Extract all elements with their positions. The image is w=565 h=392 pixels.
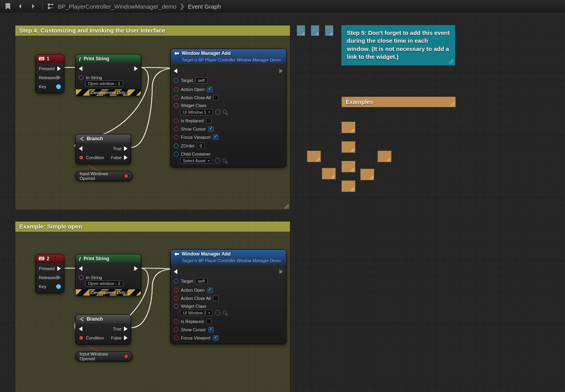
- exec-out-pin[interactable]: [57, 275, 61, 280]
- comment-chip[interactable]: [377, 151, 392, 162]
- comment-chip[interactable]: [341, 161, 355, 172]
- checkbox[interactable]: [213, 95, 219, 100]
- target-value[interactable]: self: [195, 77, 208, 83]
- data-out-pin[interactable]: [56, 84, 61, 89]
- data-in-pin[interactable]: [79, 155, 84, 160]
- exec-in-pin[interactable]: [79, 327, 82, 331]
- comment-tab[interactable]: [325, 25, 334, 36]
- data-in-pin[interactable]: [174, 95, 179, 100]
- exec-in-pin[interactable]: [79, 266, 82, 271]
- data-in-pin[interactable]: [174, 336, 179, 340]
- comment-chip[interactable]: [341, 180, 355, 192]
- data-in-pin[interactable]: [174, 319, 179, 324]
- checkbox[interactable]: [208, 327, 214, 332]
- node-header[interactable]: 1: [36, 54, 64, 63]
- resize-handle-icon[interactable]: [450, 102, 455, 106]
- comment-chip[interactable]: [341, 122, 355, 133]
- data-in-pin[interactable]: [79, 75, 84, 80]
- exec-out-pin[interactable]: [279, 69, 283, 73]
- graph-canvas[interactable]: Step 4: Customizing and Invoking the Use…: [0, 13, 565, 392]
- node-header[interactable]: Window Manager Add Target is BP Player C…: [171, 49, 286, 64]
- comment-title[interactable]: Step 4: Customizing and Invoking the Use…: [15, 25, 290, 36]
- data-in-pin[interactable]: [174, 304, 179, 309]
- branch-node[interactable]: Branch True Condition False: [75, 314, 131, 345]
- resize-handle-icon[interactable]: [449, 59, 454, 64]
- expand-icon[interactable]: [106, 296, 110, 298]
- data-in-pin[interactable]: [174, 288, 179, 292]
- checkbox[interactable]: [213, 296, 219, 301]
- browse-icon[interactable]: [222, 158, 227, 163]
- comment-chip[interactable]: [360, 169, 374, 180]
- data-in-pin[interactable]: [174, 135, 179, 140]
- data-out-pin[interactable]: [56, 284, 61, 289]
- int-input[interactable]: 0: [197, 143, 205, 149]
- data-in-pin[interactable]: [174, 78, 179, 83]
- exec-in-pin[interactable]: [174, 269, 177, 274]
- string-input[interactable]: Open window - 2: [85, 280, 123, 287]
- comment-region-examples[interactable]: Examples: [341, 96, 456, 107]
- class-dropdown[interactable]: UI Window 1▼: [180, 109, 213, 115]
- exec-out-pin[interactable]: [124, 327, 128, 331]
- save-status-icon[interactable]: [2, 1, 13, 11]
- breadcrumb-level1[interactable]: BP_PlayerController_WindowManager_demo: [58, 3, 177, 10]
- comment-title[interactable]: Examples: [342, 97, 456, 107]
- node-header[interactable]: ƒ Print String: [76, 54, 141, 63]
- exec-out-pin[interactable]: [57, 75, 61, 80]
- data-in-pin[interactable]: [174, 103, 179, 108]
- data-out-pin[interactable]: [124, 354, 128, 359]
- comment-chip[interactable]: [322, 168, 336, 180]
- exec-out-pin[interactable]: [279, 269, 283, 274]
- comment-chip[interactable]: [307, 151, 321, 162]
- checkbox[interactable]: [207, 287, 213, 293]
- exec-out-pin[interactable]: [57, 266, 61, 271]
- data-in-pin[interactable]: [174, 118, 179, 123]
- data-in-pin[interactable]: [79, 336, 84, 340]
- asset-dropdown[interactable]: Select Asset▼: [180, 158, 212, 164]
- branch-node[interactable]: Branch True Condition False: [75, 134, 131, 164]
- variable-get-pill[interactable]: Input Windows Opened: [75, 171, 133, 181]
- exec-out-pin[interactable]: [124, 146, 128, 151]
- clear-icon[interactable]: [215, 310, 221, 316]
- data-in-pin[interactable]: [174, 327, 179, 332]
- input-key-2-node[interactable]: 2 Pressed Released Key: [35, 254, 64, 293]
- class-dropdown[interactable]: UI Window 2▼: [180, 310, 213, 316]
- data-in-pin[interactable]: [174, 87, 179, 92]
- window-manager-add-node[interactable]: Window Manager Add Target is BP Player C…: [170, 49, 286, 167]
- expand-icon[interactable]: [106, 96, 110, 98]
- node-header[interactable]: ƒ Print String: [76, 254, 141, 263]
- checkbox[interactable]: [213, 134, 219, 140]
- browse-icon[interactable]: [223, 310, 228, 315]
- clear-icon[interactable]: [215, 158, 220, 163]
- exec-out-pin[interactable]: [124, 155, 128, 160]
- exec-in-pin[interactable]: [79, 146, 82, 151]
- print-string-node[interactable]: ƒ Print String In String Open window - 2…: [75, 254, 141, 296]
- window-manager-add-node[interactable]: Window Manager Add Target is BP Player C…: [170, 249, 286, 344]
- comment-title[interactable]: Example: Simple open: [15, 221, 290, 232]
- node-header[interactable]: Branch: [76, 134, 131, 143]
- node-header[interactable]: Branch: [76, 315, 131, 323]
- blueprint-icon[interactable]: [45, 1, 56, 11]
- checkbox[interactable]: [206, 118, 211, 123]
- nav-back-button[interactable]: [15, 1, 26, 11]
- exec-out-pin[interactable]: [57, 66, 61, 71]
- data-in-pin[interactable]: [174, 296, 179, 301]
- exec-out-pin[interactable]: [134, 266, 138, 271]
- data-in-pin[interactable]: [174, 127, 179, 131]
- comment-text[interactable]: Step 5: Don't forget to add this event d…: [341, 25, 455, 65]
- checkbox[interactable]: [208, 126, 214, 132]
- exec-in-pin[interactable]: [79, 66, 82, 71]
- resize-handle-icon[interactable]: [284, 204, 289, 209]
- data-in-pin[interactable]: [174, 279, 179, 283]
- comment-tab[interactable]: [311, 25, 319, 36]
- data-in-pin[interactable]: [79, 275, 84, 280]
- input-key-1-node[interactable]: 1 Pressed Released Key: [35, 54, 64, 93]
- node-header[interactable]: 2: [36, 254, 64, 263]
- string-input[interactable]: Open window - 1: [85, 80, 123, 87]
- variable-get-pill[interactable]: Input Windows Opened: [75, 351, 133, 361]
- data-in-pin[interactable]: [174, 152, 179, 156]
- exec-out-pin[interactable]: [134, 66, 138, 71]
- print-string-node[interactable]: ƒ Print String In String Open window - 1…: [75, 54, 141, 96]
- node-header[interactable]: Window Manager Add Target is BP Player C…: [171, 250, 286, 265]
- exec-in-pin[interactable]: [174, 69, 177, 73]
- target-value[interactable]: self: [195, 278, 208, 284]
